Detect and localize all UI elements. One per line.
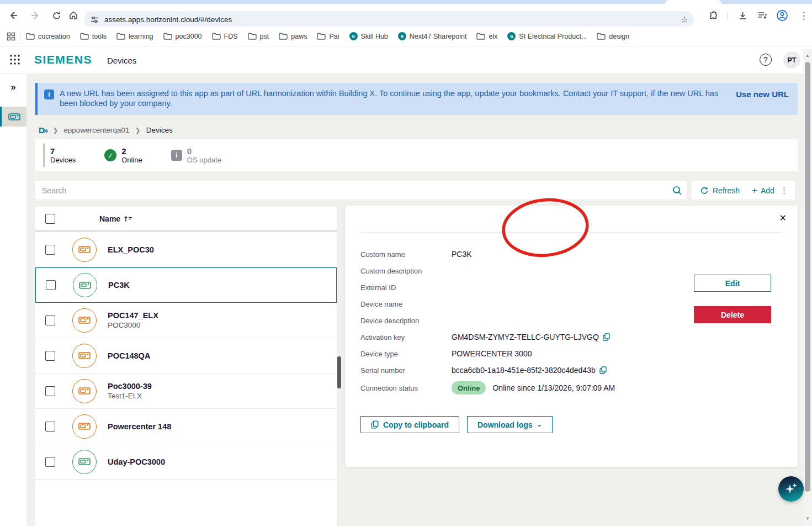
list-actions: Refresh + Add ⋮ [692, 181, 795, 199]
bookmark-item[interactable]: s tools [80, 33, 107, 40]
stat-label: Devices [50, 156, 76, 165]
device-status-icon [73, 273, 97, 297]
edit-button[interactable]: Edit [694, 275, 771, 292]
device-rows: ELX_POC30 PC3K [35, 232, 337, 480]
add-button[interactable]: + Add [752, 185, 774, 196]
folder-icon [212, 33, 221, 40]
sort-ascending-icon[interactable] [124, 215, 132, 223]
reload-icon[interactable] [50, 9, 63, 22]
bookmark-item[interactable]: s cocreation [26, 33, 70, 40]
bookmark-item[interactable]: s Next47 Sharepoint [398, 32, 467, 40]
field-label: Activation key [360, 333, 452, 341]
folder-icon [116, 33, 125, 40]
bookmark-label: Skill Hub [361, 33, 388, 40]
bookmark-item[interactable]: s Pai [317, 33, 339, 40]
add-label: Add [761, 186, 774, 195]
sidebar-item-devices[interactable] [0, 107, 26, 127]
site-settings-icon[interactable] [91, 15, 99, 24]
bookmark-item[interactable]: s design [597, 33, 629, 40]
device-name: POC148QA [108, 351, 150, 361]
folder-icon [163, 33, 172, 40]
bookmark-label: Pai [329, 33, 339, 40]
forward-icon[interactable] [29, 9, 42, 22]
row-checkbox[interactable] [46, 280, 56, 290]
siemens-logo: SIEMENS [34, 53, 92, 66]
search-icon[interactable] [667, 186, 687, 196]
bookmark-item[interactable]: s Skill Hub [349, 32, 388, 40]
name-column-header[interactable]: Name [99, 214, 120, 223]
browser-tab-sliver [665, 0, 721, 4]
bookmark-star-icon[interactable]: ☆ [681, 14, 688, 25]
device-status-icon [72, 450, 97, 474]
device-status-icon [72, 238, 97, 262]
row-checkbox[interactable] [45, 386, 55, 396]
bookmark-item[interactable]: s elx [476, 33, 497, 40]
info-icon: i [44, 90, 54, 99]
status-badge: Online [452, 381, 486, 394]
delete-button[interactable]: Delete [694, 306, 771, 323]
chevron-right-icon: ❯ [52, 127, 58, 134]
home-icon[interactable] [67, 9, 80, 22]
bookmark-label: SI Electrical Product... [519, 33, 587, 40]
field-label: Device type [360, 350, 452, 358]
downloads-icon[interactable] [736, 9, 749, 22]
list-scrollbar-thumb[interactable] [337, 356, 341, 388]
scrollbar-thumb[interactable] [805, 62, 810, 492]
scroll-up-icon[interactable]: ▲ [803, 53, 812, 58]
more-options-icon[interactable]: ⋮ [780, 186, 788, 196]
extensions-icon[interactable] [707, 9, 720, 22]
device-row[interactable]: ELX_POC30 [35, 232, 337, 267]
breadcrumb-parent[interactable]: eppowercenterqa01 [63, 126, 129, 134]
back-icon[interactable] [7, 9, 20, 22]
device-detail-panel: ✕ Custom name PC3K Custom description [345, 206, 798, 467]
apps-grid-icon[interactable] [7, 32, 15, 41]
device-status-icon [72, 414, 97, 439]
bookmark-item[interactable]: s FDS [212, 33, 238, 40]
sidebar-expand-icon[interactable]: » [0, 74, 26, 101]
device-row[interactable]: POC148QA [35, 338, 337, 374]
help-icon[interactable]: ? [760, 54, 772, 66]
row-checkbox[interactable] [45, 457, 55, 467]
use-new-url-link[interactable]: Use new URL [736, 90, 789, 115]
breadcrumb-root-icon[interactable]: D» [39, 125, 47, 135]
device-row[interactable]: Uday-POC3000 [35, 444, 337, 480]
browser-menu-icon[interactable]: ⋮ [797, 9, 810, 22]
avatar[interactable]: PT [783, 51, 800, 69]
row-checkbox[interactable] [45, 315, 55, 325]
device-row[interactable]: Powercenter 148 [35, 409, 337, 444]
profile-icon[interactable] [776, 9, 789, 22]
banner-message: A new URL has been assigned to this app … [60, 88, 725, 115]
field-label: Connection status [360, 384, 452, 392]
bookmark-item[interactable]: s learning [116, 33, 153, 40]
refresh-button[interactable]: Refresh [700, 186, 740, 195]
select-all-checkbox[interactable] [45, 214, 55, 224]
tab-media-icon[interactable] [756, 9, 769, 22]
download-logs-button[interactable]: Download logs ⌄ [467, 416, 553, 433]
copy-to-clipboard-button[interactable]: Copy to clipboard [360, 416, 459, 433]
bookmark-item[interactable]: s SI Electrical Product... [507, 32, 587, 40]
scroll-down-icon[interactable]: ▼ [803, 516, 812, 521]
assistant-fab[interactable] [778, 476, 804, 502]
device-row[interactable]: Poc3000-39 Test1-ELX [35, 374, 337, 409]
device-row[interactable]: PC3K [35, 267, 337, 303]
row-checkbox[interactable] [45, 245, 55, 255]
copy-icon[interactable] [599, 366, 607, 374]
row-checkbox[interactable] [45, 422, 55, 432]
info-square-icon: i [171, 150, 182, 161]
row-checkbox[interactable] [45, 351, 55, 361]
close-icon[interactable]: ✕ [779, 213, 787, 223]
url-bar[interactable]: assets.apps.horizonint.cloud/#/devices ☆ [84, 11, 694, 28]
bookmark-item[interactable]: s pst [248, 33, 269, 40]
app-launcher-icon[interactable] [9, 54, 21, 66]
copy-icon[interactable] [603, 333, 610, 341]
device-row[interactable]: POC147_ELX POC3000 [35, 303, 337, 338]
field-label: Custom name [360, 250, 452, 259]
search-input[interactable] [35, 181, 667, 199]
field-label: Custom description [360, 267, 452, 275]
sharepoint-icon: s [398, 32, 406, 40]
field-value: POWERCENTER 3000 [452, 349, 532, 358]
bookmark-item[interactable]: s poc3000 [163, 33, 202, 40]
bookmark-item[interactable]: s paws [279, 33, 307, 40]
page-scrollbar[interactable]: ▲ ▼ [803, 49, 812, 526]
url-text[interactable]: assets.apps.horizonint.cloud/#/devices [104, 15, 681, 24]
